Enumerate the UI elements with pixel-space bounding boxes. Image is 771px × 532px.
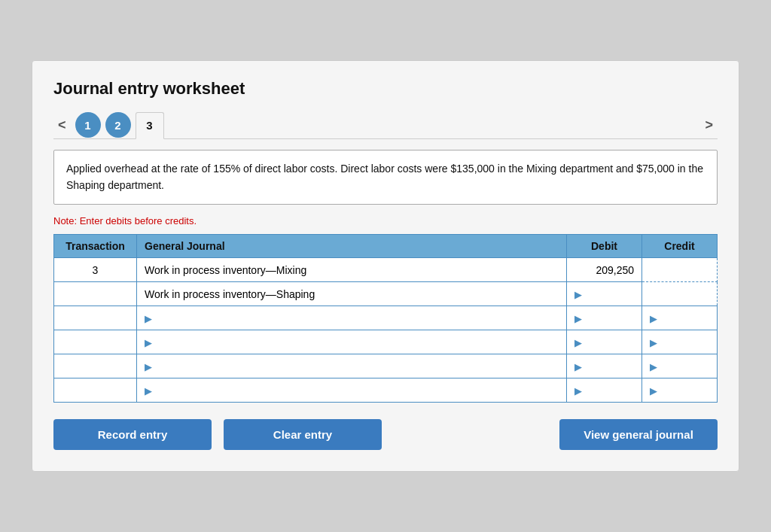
cell-credit-2[interactable]: ▶	[642, 306, 718, 330]
cell-debit-4[interactable]: ▶	[567, 354, 642, 378]
page-title: Journal entry worksheet	[53, 79, 718, 99]
cell-transaction-1	[54, 282, 137, 306]
cell-credit-0[interactable]	[642, 258, 718, 282]
cell-transaction-3	[54, 330, 137, 354]
next-arrow[interactable]: >	[700, 114, 718, 136]
record-entry-button[interactable]: Record entry	[53, 419, 212, 450]
description-box: Applied overhead at the rate of 155% of …	[53, 150, 718, 205]
clear-entry-button[interactable]: Clear entry	[224, 419, 382, 450]
cell-transaction-0: 3	[54, 258, 137, 282]
header-journal: General Journal	[137, 235, 567, 258]
cell-journal-4[interactable]: ▶	[137, 354, 567, 378]
cell-debit-1[interactable]: ▶	[567, 282, 642, 306]
table-row: ▶ ▶ ▶	[54, 330, 718, 354]
buttons-row: Record entry Clear entry View general jo…	[53, 419, 718, 450]
table-row: 3 Work in process inventory—Mixing 209,2…	[54, 258, 718, 282]
cell-credit-1[interactable]	[642, 282, 718, 306]
tab-2[interactable]: 2	[105, 112, 131, 138]
cell-journal-3[interactable]: ▶	[137, 330, 567, 354]
cell-debit-5[interactable]: ▶	[567, 378, 642, 403]
cell-credit-4[interactable]: ▶	[642, 354, 718, 378]
table-row: Work in process inventory—Shaping ▶	[54, 282, 718, 306]
main-container: Journal entry worksheet < 1 2 3 > Applie…	[32, 60, 739, 472]
table-row: ▶ ▶ ▶	[54, 306, 718, 330]
journal-table: Transaction General Journal Debit Credit…	[53, 234, 718, 403]
cell-credit-3[interactable]: ▶	[642, 330, 718, 354]
prev-arrow[interactable]: <	[53, 114, 71, 136]
tab-1[interactable]: 1	[75, 112, 101, 138]
cell-debit-0[interactable]: 209,250	[567, 258, 642, 282]
cell-transaction-4	[54, 354, 137, 378]
cell-journal-2[interactable]: ▶	[137, 306, 567, 330]
cell-journal-0[interactable]: Work in process inventory—Mixing	[137, 258, 567, 282]
table-row: ▶ ▶ ▶	[54, 354, 718, 378]
header-transaction: Transaction	[54, 235, 137, 258]
table-row: ▶ ▶ ▶	[54, 378, 718, 403]
view-general-journal-button[interactable]: View general journal	[559, 419, 718, 450]
cell-transaction-2	[54, 306, 137, 330]
header-debit: Debit	[567, 235, 642, 258]
cell-debit-2[interactable]: ▶	[567, 306, 642, 330]
tab-3[interactable]: 3	[136, 112, 164, 139]
note-text: Note: Enter debits before credits.	[53, 215, 718, 226]
tabs-row: < 1 2 3 >	[53, 112, 718, 138]
cell-journal-1[interactable]: Work in process inventory—Shaping	[137, 282, 567, 306]
cell-debit-3[interactable]: ▶	[567, 330, 642, 354]
cell-transaction-5	[54, 378, 137, 403]
description-text: Applied overhead at the rate of 155% of …	[66, 163, 703, 191]
cell-journal-5[interactable]: ▶	[137, 378, 567, 403]
cell-credit-5[interactable]: ▶	[642, 378, 718, 403]
header-credit: Credit	[642, 235, 718, 258]
